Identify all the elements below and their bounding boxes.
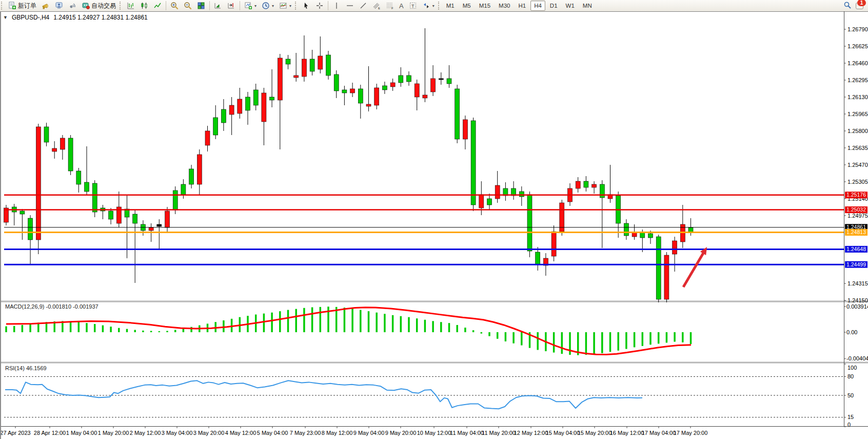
candle-body [213, 118, 218, 135]
vertical-line-tool-button[interactable] [330, 0, 343, 11]
candle-body [640, 233, 645, 238]
timeframe-button-m30[interactable]: M30 [495, 1, 514, 11]
candle-body [238, 99, 242, 113]
timeframe-button-mn[interactable]: MN [579, 1, 596, 11]
candle-body [592, 184, 597, 187]
search-icon[interactable] [843, 1, 852, 9]
cursor-icon [302, 2, 310, 10]
arrows-tool-button[interactable]: ▾ [420, 0, 437, 11]
new-chart-button[interactable]: ▾ [242, 0, 259, 11]
terminal-button[interactable] [52, 0, 66, 11]
trendline-tool-button[interactable] [357, 0, 370, 11]
line-chart-mode-button[interactable] [151, 0, 164, 11]
candle-body [624, 223, 628, 236]
candle-body [302, 59, 306, 77]
chart-frame [1, 11, 868, 427]
candle-body [656, 237, 661, 299]
chart-shift-button[interactable] [225, 0, 238, 11]
timeframe-button-m15[interactable]: M15 [476, 1, 494, 11]
macd-layer [6, 307, 691, 355]
candle-body [680, 224, 685, 242]
timeframe-button-d1[interactable]: D1 [546, 1, 561, 11]
time-axis-label: 12 May 12:00 [514, 430, 548, 436]
text-tool-button[interactable]: A [397, 0, 406, 11]
rsi-indicator-label: RSI(14) 46.1569 [5, 365, 47, 371]
time-axis-label: 2 May 12:00 [130, 430, 161, 436]
time-axis-label: 8 May 12:00 [322, 430, 353, 436]
auto-scroll-button[interactable] [211, 0, 225, 11]
time-axis-label: 1 May 20:00 [98, 430, 129, 436]
rsi-line [5, 380, 642, 409]
notifications-button[interactable]: 1 [856, 1, 865, 9]
time-axis-label: 17 May 20:00 [674, 430, 708, 436]
zoom-in-button[interactable] [168, 0, 181, 11]
candle-body [334, 74, 339, 91]
candle-body [326, 55, 331, 75]
new-chart-icon [244, 2, 252, 10]
tile-windows-button[interactable] [194, 0, 208, 11]
market-depth-button[interactable] [39, 0, 52, 11]
collapse-arrow-icon[interactable]: ▼ [3, 15, 8, 20]
new-order-button[interactable]: 新订单 [6, 0, 39, 11]
toolbar-grip[interactable] [438, 2, 442, 10]
price-axis-tick: 1.25800 [847, 128, 868, 134]
toolbar-grip[interactable] [120, 2, 123, 10]
equidistant-channel-icon: E [372, 2, 381, 10]
svg-text:F: F [391, 7, 393, 10]
candle-body [342, 90, 347, 93]
candle-body [44, 127, 49, 142]
zoom-out-button[interactable] [181, 0, 194, 11]
timeframe-button-m5[interactable]: M5 [459, 1, 475, 11]
crosshair-icon [315, 2, 324, 10]
clock-icon [262, 2, 270, 10]
toolbar-grip[interactable] [295, 2, 299, 10]
price-axis-tick: 1.26460 [847, 60, 868, 66]
candle-body [165, 211, 170, 227]
candle-body [648, 234, 653, 238]
channel-tool-button[interactable]: E [370, 0, 383, 11]
chart-canvas[interactable]: 1.267901.266251.264601.262951.261301.259… [1, 11, 868, 439]
candle-body [189, 169, 194, 184]
zoom-out-icon [184, 2, 192, 10]
timeframe-button-h1[interactable]: H1 [515, 1, 529, 11]
fibonacci-tool-button[interactable]: F [383, 0, 397, 11]
indicators-button[interactable]: ▾ [277, 0, 294, 11]
rsi-axis-tick: 0 [847, 422, 851, 428]
timeframe-button-h4[interactable]: H4 [530, 1, 545, 11]
level-lines-layer[interactable] [4, 195, 844, 264]
dropdown-caret-icon: ▾ [432, 4, 435, 8]
candle-body [221, 109, 226, 123]
candle-body [471, 121, 476, 205]
dropdown-caret-icon: ▾ [254, 4, 257, 8]
candle-body [463, 120, 467, 139]
candle-body [20, 211, 25, 214]
auto-trading-button[interactable]: 自动交易 [79, 0, 119, 11]
candle-body [455, 89, 460, 139]
candle-body [109, 211, 113, 219]
candlestick-mode-button[interactable] [137, 0, 151, 11]
time-axis-label: 3 May 20:00 [193, 430, 225, 436]
megaphone-icon [42, 2, 50, 10]
chart-symbol-period: GBPUSD-,H4 [12, 14, 49, 21]
timeframe-button-w1[interactable]: W1 [562, 1, 578, 11]
candle-body [229, 105, 234, 114]
candles-layer [4, 28, 694, 302]
profiles-button[interactable]: ▾ [259, 0, 277, 11]
candle-body [246, 97, 250, 110]
timeframe-button-m1[interactable]: M1 [443, 1, 458, 11]
candle-body [447, 79, 451, 84]
candle-body [197, 155, 202, 184]
toolbar-grip[interactable] [1, 2, 5, 10]
zoom-in-icon [170, 2, 179, 10]
bar-chart-mode-button[interactable] [124, 0, 137, 11]
signals-button[interactable] [66, 0, 79, 11]
price-axis-tick: 1.26625 [847, 43, 868, 49]
crosshair-tool-button[interactable] [313, 0, 326, 11]
annotation-arrow[interactable] [683, 247, 707, 287]
horizontal-line-tool-button[interactable] [343, 0, 357, 11]
candle-body [600, 184, 604, 198]
label-tool-button[interactable]: T [406, 0, 420, 11]
main-toolbar: 新订单 [0, 0, 868, 12]
rsi-axis-tick: 15 [847, 414, 854, 420]
cursor-tool-button[interactable] [300, 0, 313, 11]
